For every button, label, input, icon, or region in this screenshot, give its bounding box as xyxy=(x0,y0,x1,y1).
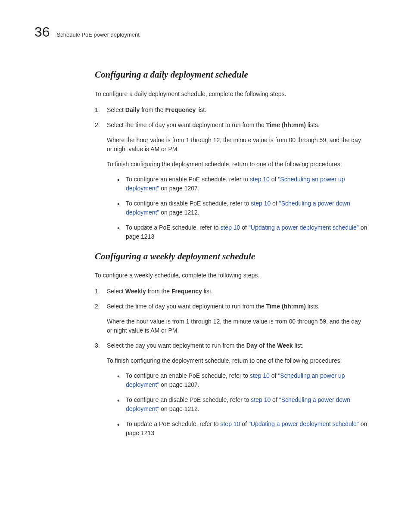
step-sub-para: Where the hour value is from 1 through 1… xyxy=(107,136,368,154)
bold-text: Time (hh:mm) xyxy=(266,303,306,310)
step-item: Select the time of day you want deployme… xyxy=(95,302,368,335)
bold-text: Weekly xyxy=(125,288,146,295)
bullet-item: To update a PoE schedule, refer to step … xyxy=(117,223,368,241)
bullet-item: To configure an disable PoE schedule, re… xyxy=(117,395,368,414)
steps-list: Select Daily from the Frequency list.Sel… xyxy=(95,106,368,241)
page-content: Configuring a daily deployment scheduleT… xyxy=(34,68,377,438)
cross-ref-link[interactable]: "Updating a power deployment schedule" xyxy=(249,420,359,427)
section-intro: To configure a weekly schedule, complete… xyxy=(95,271,368,280)
bold-text: Day of the Week xyxy=(246,342,293,349)
cross-ref-link[interactable]: step 10 xyxy=(251,200,271,207)
cross-ref-link[interactable]: "Scheduling an power up deployment" xyxy=(126,372,345,388)
cross-ref-link[interactable]: "Scheduling an power up deployment" xyxy=(126,176,345,192)
bullet-item: To configure an enable PoE schedule, ref… xyxy=(117,175,368,193)
step-item: Select the time of day you want deployme… xyxy=(95,121,368,241)
section-heading: Configuring a weekly deployment schedule xyxy=(95,250,368,264)
step-text: Select the day you want deployment to ru… xyxy=(107,341,368,350)
cross-ref-link[interactable]: step 10 xyxy=(220,224,240,231)
bullet-item: To update a PoE schedule, refer to step … xyxy=(117,420,368,438)
bold-text: Frequency xyxy=(171,288,202,295)
step-text: Select the time of day you want deployme… xyxy=(107,302,368,311)
bullet-list: To configure an enable PoE schedule, ref… xyxy=(107,371,368,438)
bold-text: Daily xyxy=(125,106,140,113)
step-text: Select Weekly from the Frequency list. xyxy=(107,287,368,296)
steps-list: Select Weekly from the Frequency list.Se… xyxy=(95,287,368,438)
step-item: Select Daily from the Frequency list. xyxy=(95,106,368,115)
step-sub-para: To finish configuring the deployment sch… xyxy=(107,356,368,365)
bullet-item: To configure an enable PoE schedule, ref… xyxy=(117,371,368,389)
section-heading: Configuring a daily deployment schedule xyxy=(95,68,368,82)
cross-ref-link[interactable]: step 10 xyxy=(220,420,240,427)
step-item: Select Weekly from the Frequency list. xyxy=(95,287,368,296)
chapter-number: 36 xyxy=(34,22,50,42)
section-intro: To configure a daily deployment schedule… xyxy=(95,90,368,99)
header-breadcrumb: Schedule PoE power deployment xyxy=(57,31,140,39)
cross-ref-link[interactable]: step 10 xyxy=(250,176,270,183)
bold-text: Frequency xyxy=(165,106,196,113)
cross-ref-link[interactable]: step 10 xyxy=(251,396,271,403)
bullet-list: To configure an enable PoE schedule, ref… xyxy=(107,175,368,241)
step-text: Select Daily from the Frequency list. xyxy=(107,106,368,115)
cross-ref-link[interactable]: "Updating a power deployment schedule" xyxy=(249,224,359,231)
step-item: Select the day you want deployment to ru… xyxy=(95,341,368,438)
page-header: 36 Schedule PoE power deployment xyxy=(34,22,377,42)
cross-ref-link[interactable]: "Scheduling a power down deployment" xyxy=(126,396,350,412)
bold-text: Time (hh:mm) xyxy=(266,121,306,128)
cross-ref-link[interactable]: "Scheduling a power down deployment" xyxy=(126,200,350,216)
bullet-item: To configure an disable PoE schedule, re… xyxy=(117,199,368,217)
cross-ref-link[interactable]: step 10 xyxy=(250,372,270,379)
step-text: Select the time of day you want deployme… xyxy=(107,121,368,130)
step-sub-para: Where the hour value is from 1 through 1… xyxy=(107,317,368,335)
step-sub-para: To finish configuring the deployment sch… xyxy=(107,160,368,169)
